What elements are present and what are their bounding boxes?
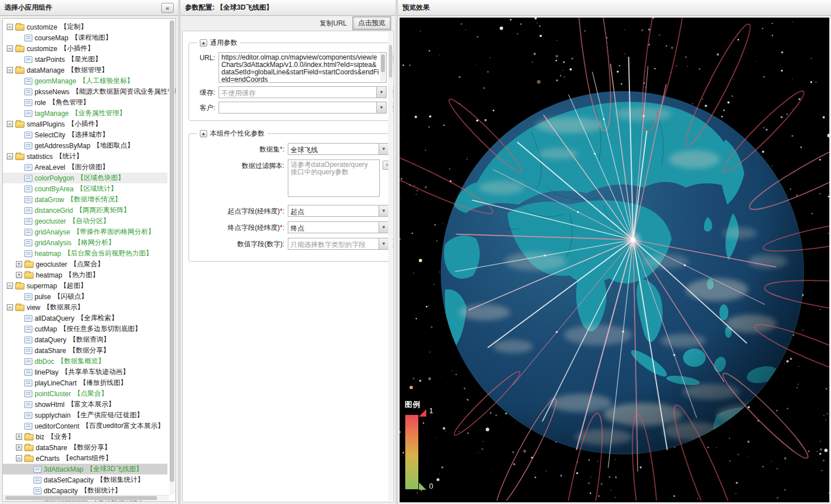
collapse-panel-button[interactable]: « bbox=[161, 3, 174, 13]
tree-item-tagManage[interactable]: tagManage【业务属性管理】 bbox=[3, 108, 167, 119]
cache-select[interactable]: 不使用缓存 ▼ bbox=[219, 86, 387, 98]
tree-item-description: 【共享单车轨迹动画】 bbox=[61, 367, 129, 377]
click-preview-button[interactable]: 点击预览 bbox=[352, 16, 391, 30]
collapse-node-icon[interactable]: − bbox=[7, 283, 13, 289]
config-panel-title: 参数配置: 【全球3D飞线图】 bbox=[185, 3, 273, 12]
tree-item-geomManage[interactable]: geomManage【人工核验坐标】 bbox=[3, 75, 167, 86]
tree-item-description: 【数据增长情况】 bbox=[67, 195, 121, 204]
expand-node-icon[interactable]: + bbox=[16, 444, 22, 451]
tree-item-geocluster[interactable]: geocluster【自动分区】 bbox=[3, 216, 167, 226]
expand-node-icon[interactable]: + bbox=[16, 434, 22, 440]
collapse-section-icon[interactable]: ▲ bbox=[200, 130, 207, 137]
component-icon bbox=[24, 229, 32, 236]
tree-item-colorPolygon[interactable]: colorPolygon【区域色块图】 bbox=[3, 173, 167, 183]
tree-item-playLineChart[interactable]: playLineChart【播放折线图】 bbox=[3, 377, 167, 388]
component-icon bbox=[24, 337, 32, 343]
tree-item-pointCluster[interactable]: pointCluster【点聚合】 bbox=[3, 388, 167, 399]
tree-item-pksseNews[interactable]: pksseNews【能源大数据新闻资讯业务属性管理】 bbox=[3, 86, 167, 97]
component-icon bbox=[24, 250, 32, 257]
folder-icon bbox=[15, 46, 24, 52]
tree-item-statistics[interactable]: −statistics【统计】 bbox=[3, 151, 167, 162]
tree-item-geocluster[interactable]: +geocluster【点聚合】 bbox=[3, 259, 167, 270]
tree-item-pulse[interactable]: pulse【闪硕点】 bbox=[3, 291, 167, 302]
tree-item-dataSetCapacity[interactable]: dataSetCapacity【数据集统计】 bbox=[3, 474, 167, 485]
tree-item-3dAttackMap[interactable]: 3dAttackMap【全球3D飞线图】 bbox=[3, 464, 167, 474]
tree-item-linePlay[interactable]: linePlay【共享单车轨迹动画】 bbox=[3, 367, 167, 377]
field-select-4[interactable]: 只能选择数字类型的字段▼ bbox=[288, 238, 389, 250]
collapse-node-icon[interactable]: − bbox=[7, 67, 13, 73]
tree-item-name: dbCapacity bbox=[44, 487, 78, 495]
tree-item-dataManage[interactable]: −dataManage【数据管理】 bbox=[3, 65, 167, 75]
url-textarea[interactable]: https://editor.olmap.cn/mapview/componen… bbox=[219, 52, 387, 83]
collapse-node-icon[interactable]: − bbox=[7, 45, 13, 52]
collapse-node-icon[interactable]: − bbox=[7, 121, 13, 127]
collapse-node-icon[interactable]: − bbox=[7, 304, 13, 310]
tree-item-ueditorContent[interactable]: ueditorContent【百度ueditor富文本展示】 bbox=[3, 421, 167, 431]
tree-item-showHtml[interactable]: showHtml【富文本展示】 bbox=[3, 399, 167, 410]
tree-item-cutMap[interactable]: cutMap【按任意多边形切割底图】 bbox=[3, 324, 167, 334]
tree-item-distanceGrid[interactable]: distanceGrid【两两距离矩阵】 bbox=[3, 205, 167, 216]
collapse-node-icon[interactable]: − bbox=[7, 24, 13, 30]
map-legend: 图例 1 0 bbox=[405, 400, 444, 497]
tree-item-supplychain[interactable]: supplychain【生产供应链/迁徙图】 bbox=[3, 410, 167, 421]
tree-item-smallPlugins[interactable]: −smallPlugins【小插件】 bbox=[3, 119, 167, 129]
expand-node-icon[interactable]: + bbox=[16, 272, 22, 278]
tree-item-dataShare[interactable]: dataShare【数据分享】 bbox=[3, 345, 167, 356]
client-select[interactable]: ▼ bbox=[219, 102, 387, 114]
collapse-node-icon[interactable]: − bbox=[16, 455, 22, 461]
client-field-row: 客户: ▼ × bbox=[194, 102, 394, 114]
tree-item-role[interactable]: role【角色管理】 bbox=[3, 97, 167, 108]
scrollbar-thumb[interactable] bbox=[389, 45, 392, 78]
tree-vertical-scrollbar[interactable] bbox=[169, 19, 175, 495]
select-value: 全球飞线 bbox=[288, 144, 379, 154]
expander-slot: + bbox=[15, 434, 23, 440]
field-textarea-1[interactable]: 请参考dataOperate/query接口中的query参数 bbox=[288, 159, 380, 197]
expander-slot: − bbox=[15, 455, 23, 461]
expand-node-icon[interactable]: + bbox=[16, 261, 22, 267]
collapse-section-icon[interactable]: ▲ bbox=[200, 39, 207, 47]
config-scrollbar[interactable] bbox=[388, 32, 393, 501]
chevron-down-icon[interactable]: ▼ bbox=[376, 87, 386, 98]
scrollbar-thumb[interactable] bbox=[170, 20, 174, 482]
tree-item-gridAnalyse[interactable]: gridAnalyse【带操作界面的格网分析】 bbox=[3, 226, 167, 237]
tree-item-description: 【定制】 bbox=[60, 22, 87, 32]
tree-item-dataQuery[interactable]: dataQuery【数据查询】 bbox=[3, 334, 167, 345]
tree-item-starPoints[interactable]: starPoints【星光图】 bbox=[3, 54, 167, 65]
copy-url-button[interactable]: 复制URL bbox=[320, 19, 347, 28]
chevron-down-icon[interactable]: ▼ bbox=[379, 238, 388, 249]
tree-item-heatmap[interactable]: heatmap【后台聚合当前视野热力图】 bbox=[3, 248, 167, 259]
tree-horizontal-scrollbar[interactable] bbox=[3, 495, 169, 501]
preview-canvas[interactable]: 图例 1 0 bbox=[400, 18, 829, 502]
chevron-down-icon[interactable]: ▼ bbox=[379, 205, 388, 216]
field-select-2[interactable]: 起点▼ bbox=[288, 205, 389, 217]
field-select-3[interactable]: 终点▼ bbox=[288, 221, 389, 233]
tree-item-countByArea[interactable]: countByArea【区域统计】 bbox=[3, 183, 167, 194]
tree-item-gridAnalysis[interactable]: gridAnalysis【格网分析】 bbox=[3, 237, 167, 248]
tree-item-view[interactable]: −view【数据展示】 bbox=[3, 302, 167, 313]
tree-item-customize[interactable]: −customize【小插件】 bbox=[3, 43, 167, 54]
textarea-scrollbar[interactable] bbox=[380, 53, 385, 82]
tree-item-customize[interactable]: −customize【定制】 bbox=[3, 22, 167, 32]
tree-item-getAddressByMap[interactable]: getAddressByMap【地图取点】 bbox=[3, 140, 167, 151]
chevron-down-icon[interactable]: ▼ bbox=[379, 222, 388, 233]
tree-item-dataGrow[interactable]: dataGrow【数据增长情况】 bbox=[3, 194, 167, 205]
tree-item-dbDoc[interactable]: dbDoc【数据集概览】 bbox=[3, 356, 167, 367]
tree-item-supermap[interactable]: −supermap【超图】 bbox=[3, 280, 167, 291]
tree-item-SelectCity[interactable]: SelectCity【选择城市】 bbox=[3, 129, 167, 140]
globe-visualization[interactable] bbox=[400, 18, 829, 501]
scrollbar-thumb[interactable] bbox=[5, 496, 157, 500]
tree-item-description: 【能源大数据新闻资讯业务属性管理】 bbox=[72, 87, 176, 96]
chevron-down-icon[interactable]: ▼ bbox=[376, 102, 386, 113]
tree-item-allDataQuery[interactable]: allDataQuery【全库检索】 bbox=[3, 313, 167, 324]
scrollbar-thumb[interactable] bbox=[381, 54, 385, 72]
tree-item-dataShare[interactable]: +dataShare【数据分享】 bbox=[3, 442, 167, 453]
tree-item-eCharts[interactable]: −eCharts【echarts组件】 bbox=[3, 453, 167, 464]
field-select-0[interactable]: 全球飞线▼ bbox=[288, 143, 389, 155]
tree-item-AreaLevel[interactable]: AreaLevel【面分级图】 bbox=[3, 162, 167, 173]
tree-item-courseMap[interactable]: courseMap【课程地图】 bbox=[3, 32, 167, 43]
tree-item-description: 【选择城市】 bbox=[68, 130, 109, 140]
tree-item-heatmap[interactable]: +heatmap【热力图】 bbox=[3, 270, 167, 280]
tree-item-biz[interactable]: +biz【业务】 bbox=[3, 431, 167, 442]
collapse-node-icon[interactable]: − bbox=[7, 153, 13, 159]
chevron-down-icon[interactable]: ▼ bbox=[379, 144, 388, 154]
